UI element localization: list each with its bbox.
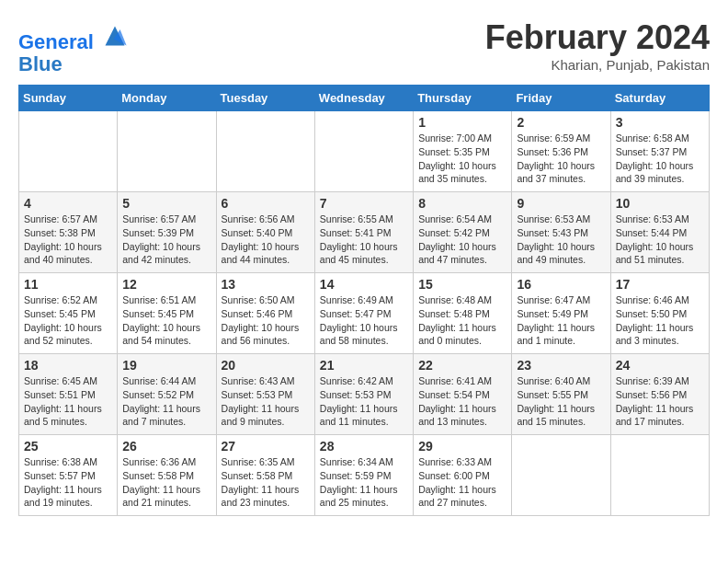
weekday-header: Sunday xyxy=(19,86,118,111)
day-number: 14 xyxy=(320,277,408,292)
calendar-day: 11Sunrise: 6:52 AM Sunset: 5:45 PM Dayli… xyxy=(19,273,118,354)
day-number: 18 xyxy=(24,358,112,373)
calendar-week-row: 18Sunrise: 6:45 AM Sunset: 5:51 PM Dayli… xyxy=(19,354,710,435)
calendar-day: 24Sunrise: 6:39 AM Sunset: 5:56 PM Dayli… xyxy=(610,354,709,435)
day-number: 17 xyxy=(616,277,704,292)
day-number: 8 xyxy=(418,196,506,211)
day-number: 1 xyxy=(418,115,506,130)
day-number: 24 xyxy=(616,358,704,373)
calendar-day-empty xyxy=(118,111,216,192)
day-info: Sunrise: 6:59 AM Sunset: 5:36 PM Dayligh… xyxy=(517,132,605,186)
day-info: Sunrise: 6:34 AM Sunset: 5:59 PM Dayligh… xyxy=(320,455,408,510)
day-number: 15 xyxy=(418,277,506,292)
calendar-day: 16Sunrise: 6:47 AM Sunset: 5:49 PM Dayli… xyxy=(512,273,610,354)
calendar-day: 19Sunrise: 6:44 AM Sunset: 5:52 PM Dayli… xyxy=(118,354,216,435)
day-info: Sunrise: 6:57 AM Sunset: 5:38 PM Dayligh… xyxy=(24,213,112,267)
day-number: 20 xyxy=(222,358,310,373)
logo-general: General xyxy=(18,30,94,53)
weekday-header: Friday xyxy=(512,86,610,111)
calendar-day: 23Sunrise: 6:40 AM Sunset: 5:55 PM Dayli… xyxy=(512,354,610,435)
day-number: 9 xyxy=(517,196,605,211)
calendar-day: 7Sunrise: 6:55 AM Sunset: 5:41 PM Daylig… xyxy=(314,192,413,273)
day-info: Sunrise: 6:36 AM Sunset: 5:58 PM Dayligh… xyxy=(122,455,210,510)
calendar-day: 5Sunrise: 6:57 AM Sunset: 5:39 PM Daylig… xyxy=(118,192,216,273)
calendar-day: 1Sunrise: 7:00 AM Sunset: 5:35 PM Daylig… xyxy=(414,111,512,192)
day-info: Sunrise: 6:41 AM Sunset: 5:54 PM Dayligh… xyxy=(418,374,506,429)
calendar-day: 27Sunrise: 6:35 AM Sunset: 5:58 PM Dayli… xyxy=(216,435,314,516)
day-number: 29 xyxy=(418,439,506,454)
day-number: 3 xyxy=(616,115,704,130)
day-info: Sunrise: 6:56 AM Sunset: 5:40 PM Dayligh… xyxy=(222,213,310,267)
weekday-header: Thursday xyxy=(414,86,512,111)
day-number: 22 xyxy=(418,358,506,373)
calendar-day: 10Sunrise: 6:53 AM Sunset: 5:44 PM Dayli… xyxy=(610,192,709,273)
day-number: 28 xyxy=(320,439,408,454)
day-number: 12 xyxy=(122,277,210,292)
calendar-day-empty xyxy=(314,111,413,192)
calendar-day-empty xyxy=(19,111,118,192)
day-info: Sunrise: 6:52 AM Sunset: 5:45 PM Dayligh… xyxy=(24,293,112,348)
calendar-day-empty xyxy=(512,435,610,516)
day-info: Sunrise: 6:50 AM Sunset: 5:46 PM Dayligh… xyxy=(222,293,310,348)
day-number: 23 xyxy=(517,358,605,373)
weekday-header: Saturday xyxy=(610,86,709,111)
day-info: Sunrise: 6:49 AM Sunset: 5:47 PM Dayligh… xyxy=(320,293,408,348)
day-number: 26 xyxy=(122,439,210,454)
calendar-day: 20Sunrise: 6:43 AM Sunset: 5:53 PM Dayli… xyxy=(216,354,314,435)
day-info: Sunrise: 6:33 AM Sunset: 6:00 PM Dayligh… xyxy=(418,455,506,510)
day-number: 13 xyxy=(222,277,310,292)
calendar-day-empty xyxy=(216,111,314,192)
day-info: Sunrise: 6:39 AM Sunset: 5:56 PM Dayligh… xyxy=(616,374,704,429)
calendar-day: 12Sunrise: 6:51 AM Sunset: 5:45 PM Dayli… xyxy=(118,273,216,354)
calendar-day: 17Sunrise: 6:46 AM Sunset: 5:50 PM Dayli… xyxy=(610,273,709,354)
weekday-header: Tuesday xyxy=(216,86,314,111)
calendar-day: 25Sunrise: 6:38 AM Sunset: 5:57 PM Dayli… xyxy=(19,435,118,516)
day-number: 5 xyxy=(122,196,210,211)
calendar-day: 2Sunrise: 6:59 AM Sunset: 5:36 PM Daylig… xyxy=(512,111,610,192)
title-block: February 2024 Kharian, Punjab, Pakistan xyxy=(485,18,710,73)
day-info: Sunrise: 6:40 AM Sunset: 5:55 PM Dayligh… xyxy=(517,374,605,429)
calendar-day: 3Sunrise: 6:58 AM Sunset: 5:37 PM Daylig… xyxy=(610,111,709,192)
day-info: Sunrise: 6:42 AM Sunset: 5:53 PM Dayligh… xyxy=(320,374,408,429)
calendar-day: 26Sunrise: 6:36 AM Sunset: 5:58 PM Dayli… xyxy=(118,435,216,516)
day-info: Sunrise: 6:47 AM Sunset: 5:49 PM Dayligh… xyxy=(517,293,605,348)
calendar-day: 18Sunrise: 6:45 AM Sunset: 5:51 PM Dayli… xyxy=(19,354,118,435)
day-info: Sunrise: 6:55 AM Sunset: 5:41 PM Dayligh… xyxy=(320,213,408,267)
day-number: 2 xyxy=(517,115,605,130)
day-number: 4 xyxy=(24,196,112,211)
calendar-day: 29Sunrise: 6:33 AM Sunset: 6:00 PM Dayli… xyxy=(414,435,512,516)
day-number: 7 xyxy=(320,196,408,211)
weekday-header-row: SundayMondayTuesdayWednesdayThursdayFrid… xyxy=(19,86,710,111)
day-info: Sunrise: 6:53 AM Sunset: 5:43 PM Dayligh… xyxy=(517,213,605,267)
day-info: Sunrise: 6:57 AM Sunset: 5:39 PM Dayligh… xyxy=(122,213,210,267)
page-header: General Blue February 2024 Kharian, Punj… xyxy=(18,18,710,75)
day-number: 6 xyxy=(222,196,310,211)
day-number: 27 xyxy=(222,439,310,454)
weekday-header: Wednesday xyxy=(314,86,413,111)
logo-blue: Blue xyxy=(18,52,63,75)
calendar-day: 28Sunrise: 6:34 AM Sunset: 5:59 PM Dayli… xyxy=(314,435,413,516)
day-info: Sunrise: 7:00 AM Sunset: 5:35 PM Dayligh… xyxy=(418,132,506,186)
day-info: Sunrise: 6:51 AM Sunset: 5:45 PM Dayligh… xyxy=(122,293,210,348)
calendar-day: 14Sunrise: 6:49 AM Sunset: 5:47 PM Dayli… xyxy=(314,273,413,354)
calendar-day: 6Sunrise: 6:56 AM Sunset: 5:40 PM Daylig… xyxy=(216,192,314,273)
day-number: 19 xyxy=(122,358,210,373)
calendar-week-row: 11Sunrise: 6:52 AM Sunset: 5:45 PM Dayli… xyxy=(19,273,710,354)
calendar-week-row: 4Sunrise: 6:57 AM Sunset: 5:38 PM Daylig… xyxy=(19,192,710,273)
day-number: 10 xyxy=(616,196,704,211)
day-number: 11 xyxy=(24,277,112,292)
day-info: Sunrise: 6:35 AM Sunset: 5:58 PM Dayligh… xyxy=(222,455,310,510)
day-info: Sunrise: 6:54 AM Sunset: 5:42 PM Dayligh… xyxy=(418,213,506,267)
day-info: Sunrise: 6:58 AM Sunset: 5:37 PM Dayligh… xyxy=(616,132,704,186)
location: Kharian, Punjab, Pakistan xyxy=(485,57,710,73)
calendar-day-empty xyxy=(610,435,709,516)
day-number: 25 xyxy=(24,439,112,454)
day-info: Sunrise: 6:44 AM Sunset: 5:52 PM Dayligh… xyxy=(122,374,210,429)
calendar-week-row: 25Sunrise: 6:38 AM Sunset: 5:57 PM Dayli… xyxy=(19,435,710,516)
day-info: Sunrise: 6:46 AM Sunset: 5:50 PM Dayligh… xyxy=(616,293,704,348)
calendar-day: 13Sunrise: 6:50 AM Sunset: 5:46 PM Dayli… xyxy=(216,273,314,354)
calendar-table: SundayMondayTuesdayWednesdayThursdayFrid… xyxy=(18,85,710,516)
logo: General Blue xyxy=(18,23,128,75)
day-info: Sunrise: 6:53 AM Sunset: 5:44 PM Dayligh… xyxy=(616,213,704,267)
day-number: 21 xyxy=(320,358,408,373)
